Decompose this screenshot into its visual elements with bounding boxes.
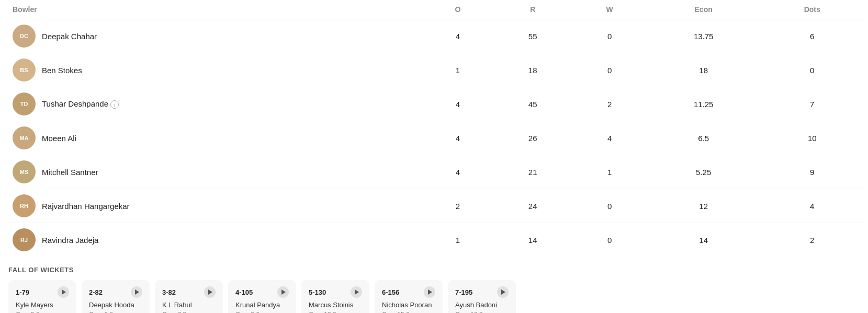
- fow-play-button[interactable]: [204, 286, 216, 298]
- stat-dots: 0: [760, 53, 864, 87]
- stat-w: 0: [572, 19, 646, 53]
- stat-r: 26: [493, 121, 572, 155]
- stat-o: 4: [423, 87, 493, 121]
- fow-over: Over 13.2: [309, 311, 362, 313]
- fow-card: 1-79 Kyle Mayers Over 5.3: [8, 280, 76, 313]
- bowler-info: RJ Ravindra Jadeja: [13, 228, 414, 251]
- bowler-name: Ben Stokes: [42, 66, 82, 75]
- table-row: RH Rajvardhan Hangargekar 2 24 0 12 4: [4, 189, 864, 223]
- fow-card: 5-130 Marcus Stoinis Over 13.2: [301, 280, 369, 313]
- stat-w: 4: [572, 121, 646, 155]
- stat-r: 21: [493, 155, 572, 189]
- fow-card: 2-82 Deepak Hooda Over 6.6: [82, 280, 150, 313]
- table-row: MS Mitchell Santner 4 21 1 5.25 9: [4, 155, 864, 189]
- fow-player-name: Nicholas Pooran: [382, 301, 435, 310]
- stat-w: 0: [572, 53, 646, 87]
- fow-card-header: 4-105: [235, 286, 289, 298]
- fow-section: FALL OF WICKETS 1-79 Kyle Mayers Over 5.…: [0, 257, 868, 313]
- stat-w: 0: [572, 189, 646, 223]
- play-triangle-icon: [62, 289, 66, 295]
- stat-w: 1: [572, 155, 646, 189]
- fow-play-button[interactable]: [277, 286, 289, 298]
- fow-score: 3-82: [162, 288, 176, 296]
- fow-score: 7-195: [455, 288, 472, 296]
- bowler-cell: MA Moeen Ali: [4, 121, 423, 155]
- stat-dots: 7: [760, 87, 864, 121]
- fow-score: 6-156: [382, 288, 399, 296]
- bowler-cell: DC Deepak Chahar: [4, 19, 423, 53]
- stat-r: 24: [493, 189, 572, 223]
- avatar: RH: [13, 194, 36, 217]
- stat-o: 4: [423, 121, 493, 155]
- bowling-table: Bowler O R W Econ Dots DC Deepak Chahar …: [4, 0, 864, 257]
- stat-econ: 5.25: [647, 155, 761, 189]
- fow-over: Over 15.6: [382, 311, 435, 313]
- col-header-econ: Econ: [647, 0, 761, 19]
- fow-over: Over 5.3: [16, 311, 69, 313]
- play-triangle-icon: [208, 289, 212, 295]
- play-triangle-icon: [501, 289, 505, 295]
- stat-econ: 6.5: [647, 121, 761, 155]
- fow-player-name: K L Rahul: [162, 301, 216, 310]
- fow-player-name: Ayush Badoni: [455, 301, 509, 310]
- bowler-cell: TD Tushar Deshpandei: [4, 87, 423, 121]
- avatar: DC: [13, 25, 36, 48]
- fow-over: Over 9.6: [235, 311, 289, 313]
- col-header-o: O: [423, 0, 493, 19]
- fow-player-name: Marcus Stoinis: [309, 301, 362, 310]
- fow-play-button[interactable]: [424, 286, 435, 298]
- fow-player-name: Deepak Hooda: [89, 301, 142, 310]
- stat-econ: 12: [647, 189, 761, 223]
- avatar: TD: [13, 92, 36, 115]
- play-triangle-icon: [428, 289, 432, 295]
- play-triangle-icon: [135, 289, 139, 295]
- avatar: RJ: [13, 228, 36, 251]
- bowler-info: RH Rajvardhan Hangargekar: [13, 194, 414, 217]
- bowler-name: Rajvardhan Hangargekar: [42, 202, 130, 211]
- col-header-w: W: [572, 0, 646, 19]
- fow-card: 4-105 Krunal Pandya Over 9.6: [228, 280, 296, 313]
- bowler-name: Deepak Chahar: [42, 32, 97, 41]
- stat-dots: 6: [760, 19, 864, 53]
- fow-over: Over 19.3: [455, 311, 509, 313]
- bowler-info: DC Deepak Chahar: [13, 25, 414, 48]
- stat-r: 14: [493, 223, 572, 257]
- fow-card-header: 5-130: [309, 286, 362, 298]
- bowler-name: Ravindra Jadeja: [42, 236, 98, 245]
- fow-card: 3-82 K L Rahul Over 7.2: [155, 280, 223, 313]
- bowler-cell: RJ Ravindra Jadeja: [4, 223, 423, 257]
- fow-player-name: Krunal Pandya: [235, 301, 289, 310]
- stat-dots: 4: [760, 189, 864, 223]
- stat-o: 1: [423, 223, 493, 257]
- stat-econ: 13.75: [647, 19, 761, 53]
- table-row: DC Deepak Chahar 4 55 0 13.75 6: [4, 19, 864, 53]
- fow-score: 4-105: [235, 288, 253, 296]
- fow-play-button[interactable]: [131, 286, 142, 298]
- stat-dots: 2: [760, 223, 864, 257]
- avatar: MA: [13, 126, 36, 149]
- fow-card: 7-195 Ayush Badoni Over 19.3: [448, 280, 516, 313]
- fow-card-header: 3-82: [162, 286, 216, 298]
- avatar: MS: [13, 160, 36, 183]
- col-header-r: R: [493, 0, 572, 19]
- fow-card-header: 1-79: [16, 286, 69, 298]
- stat-dots: 10: [760, 121, 864, 155]
- stat-dots: 9: [760, 155, 864, 189]
- fow-play-button[interactable]: [58, 286, 69, 298]
- play-triangle-icon: [355, 289, 359, 295]
- info-icon[interactable]: i: [110, 100, 119, 109]
- stat-econ: 11.25: [647, 87, 761, 121]
- bowler-info: MA Moeen Ali: [13, 126, 414, 149]
- fow-title: FALL OF WICKETS: [8, 266, 860, 274]
- stat-econ: 14: [647, 223, 761, 257]
- stat-w: 2: [572, 87, 646, 121]
- bowler-cell: BS Ben Stokes: [4, 53, 423, 87]
- table-row: TD Tushar Deshpandei 4 45 2 11.25 7: [4, 87, 864, 121]
- fow-card-header: 2-82: [89, 286, 142, 298]
- fow-play-button[interactable]: [351, 286, 362, 298]
- fow-play-button[interactable]: [497, 286, 509, 298]
- play-triangle-icon: [281, 289, 286, 295]
- avatar: BS: [13, 59, 36, 82]
- col-header-bowler: Bowler: [4, 0, 423, 19]
- stat-w: 0: [572, 223, 646, 257]
